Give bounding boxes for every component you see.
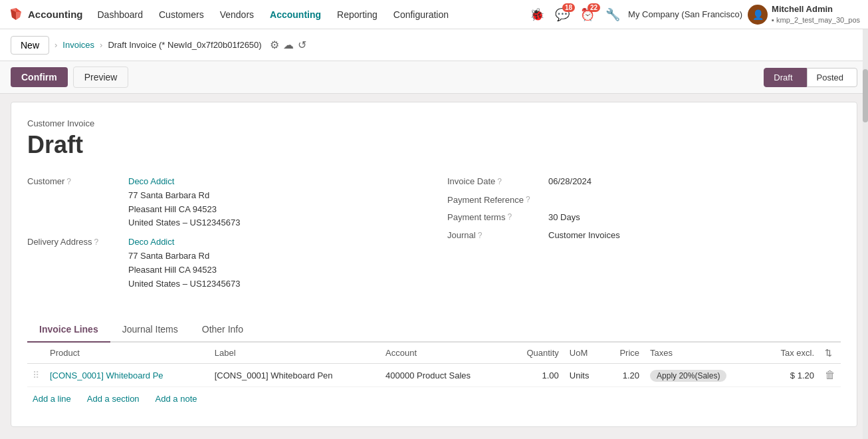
label-cell[interactable]: [CONS_0001] Whiteboard Pen xyxy=(209,364,380,387)
delivery-field-row: Delivery Address ? Deco Addict 77 Santa … xyxy=(27,235,421,291)
col-label: Label xyxy=(209,343,380,364)
payment-ref-help-icon[interactable]: ? xyxy=(526,195,530,204)
customer-value[interactable]: Deco Addict 77 Santa Barbara Rd Pleasant… xyxy=(128,175,240,230)
add-section-link[interactable]: Add a section xyxy=(87,394,140,404)
col-product: Product xyxy=(45,343,209,364)
delivery-addr1: 77 Santa Barbara Rd xyxy=(128,249,240,263)
invoice-lines-table: Product Label Account Quantity UoM Price… xyxy=(27,343,841,387)
taxes-cell: Apply 20%(Sales) xyxy=(645,364,761,387)
journal-label: Journal ? xyxy=(447,229,540,240)
delete-row-icon[interactable]: 🗑 xyxy=(825,369,835,380)
product-link[interactable]: [CONS_0001] Whiteboard Pe xyxy=(50,370,163,380)
payment-terms-label: Payment terms ? xyxy=(447,211,540,222)
company-name: My Company (San Francisco) xyxy=(628,9,742,19)
confirm-button[interactable]: Confirm xyxy=(11,67,68,87)
column-settings-icon[interactable]: ⇅ xyxy=(825,348,832,358)
clock-icon-button[interactable]: ⏰ 22 xyxy=(578,5,597,25)
col-price: Price xyxy=(604,343,645,364)
nav-customers[interactable]: Customers xyxy=(152,7,211,23)
tax-badge[interactable]: Apply 20%(Sales) xyxy=(650,370,726,382)
tab-other-info[interactable]: Other Info xyxy=(190,317,255,343)
add-note-link[interactable]: Add a note xyxy=(156,394,197,404)
invoice-date-label: Invoice Date ? xyxy=(447,175,540,186)
tab-journal-items[interactable]: Journal Items xyxy=(110,317,190,343)
cloud-icon[interactable]: ☁ xyxy=(283,39,294,51)
drag-handle-icon[interactable]: ⠿ xyxy=(33,370,39,380)
payment-terms-row: Payment terms ? 30 Days xyxy=(447,211,841,224)
nav-dashboard[interactable]: Dashboard xyxy=(91,7,150,23)
breadcrumb-parent[interactable]: Invoices xyxy=(62,40,94,50)
action-bar: Confirm Preview Draft Posted xyxy=(0,61,868,94)
new-button[interactable]: New xyxy=(11,36,49,55)
form-right: Invoice Date ? 06/28/2024 Payment Refere… xyxy=(447,175,841,296)
nav-accounting[interactable]: Accounting xyxy=(263,7,328,23)
account-cell[interactable]: 400000 Product Sales xyxy=(380,364,507,387)
price-cell[interactable]: 1.20 xyxy=(604,364,645,387)
tax-excl-cell: $ 1.20 xyxy=(761,364,819,387)
subheader-icons: ⚙ ☁ ↺ xyxy=(270,39,306,51)
refresh-icon[interactable]: ↺ xyxy=(298,39,306,51)
uom-cell[interactable]: Units xyxy=(564,364,605,387)
customer-addr3: United States – US12345673 xyxy=(128,216,240,230)
customer-help-icon[interactable]: ? xyxy=(66,177,71,186)
payment-ref-row: Payment Reference ? xyxy=(447,194,841,206)
invoice-type-label: Customer Invoice xyxy=(27,118,841,128)
status-posted[interactable]: Posted xyxy=(807,68,857,87)
status-draft[interactable]: Draft xyxy=(764,68,806,87)
delivery-value[interactable]: Deco Addict 77 Santa Barbara Rd Pleasant… xyxy=(128,235,240,291)
invoice-status: Draft xyxy=(27,131,841,159)
invoice-date-row: Invoice Date ? 06/28/2024 xyxy=(447,175,841,188)
invoice-date-value[interactable]: 06/28/2024 xyxy=(548,175,592,188)
top-navigation: Accounting Dashboard Customers Vendors A… xyxy=(0,0,868,29)
debug-icon-button[interactable]: 🐞 xyxy=(527,5,547,25)
col-quantity: Quantity xyxy=(507,343,564,364)
invoice-form: Customer ? Deco Addict 77 Santa Barbara … xyxy=(27,175,841,296)
delivery-addr2: Pleasant Hill CA 94523 xyxy=(128,263,240,277)
nav-vendors[interactable]: Vendors xyxy=(213,7,261,23)
journal-value[interactable]: Customer Invoices xyxy=(548,229,620,242)
customer-addr2: Pleasant Hill CA 94523 xyxy=(128,203,240,217)
app-logo[interactable]: Accounting xyxy=(8,7,83,23)
delivery-help-icon[interactable]: ? xyxy=(94,237,99,247)
col-account: Account xyxy=(380,343,507,364)
clock-badge: 22 xyxy=(588,3,600,12)
preview-button[interactable]: Preview xyxy=(73,67,129,88)
user-avatar-initials: 👤 xyxy=(752,9,764,20)
settings-icon[interactable]: ⚙ xyxy=(270,39,279,51)
payment-ref-value[interactable] xyxy=(548,194,628,206)
product-cell[interactable]: [CONS_0001] Whiteboard Pe xyxy=(45,364,209,387)
tab-invoice-lines[interactable]: Invoice Lines xyxy=(27,317,110,343)
col-taxes: Taxes xyxy=(645,343,761,364)
payment-terms-help-icon[interactable]: ? xyxy=(507,212,512,221)
payment-terms-value[interactable]: 30 Days xyxy=(548,211,580,224)
user-section[interactable]: 👤 Mitchell Admin ▪ kmp_2_test_may_30_pos xyxy=(748,4,860,25)
wrench-icon-button[interactable]: 🔧 xyxy=(603,5,623,25)
nav-configuration[interactable]: Configuration xyxy=(387,7,455,23)
db-icon: ▪ xyxy=(772,16,774,24)
form-left: Customer ? Deco Addict 77 Santa Barbara … xyxy=(27,175,421,296)
delivery-name: Deco Addict xyxy=(128,235,240,249)
status-bar: Draft Posted xyxy=(764,68,857,87)
payment-ref-label: Payment Reference ? xyxy=(447,194,540,205)
invoice-date-help-icon[interactable]: ? xyxy=(497,177,502,186)
delete-cell: 🗑 xyxy=(819,364,841,387)
quantity-cell[interactable]: 1.00 xyxy=(507,364,564,387)
table-body: ⠿ [CONS_0001] Whiteboard Pe [CONS_0001] … xyxy=(27,364,841,387)
journal-help-icon[interactable]: ? xyxy=(478,231,483,240)
page-scrollbar[interactable] xyxy=(863,29,868,435)
main-content: Customer Invoice Draft Customer ? Deco A… xyxy=(11,102,857,427)
user-info: Mitchell Admin ▪ kmp_2_test_may_30_pos xyxy=(772,4,860,25)
delivery-label: Delivery Address ? xyxy=(27,235,120,247)
drag-handle-cell: ⠿ xyxy=(27,364,45,387)
breadcrumb-sep2: › xyxy=(100,40,102,50)
customer-label: Customer ? xyxy=(27,175,120,186)
table-header: Product Label Account Quantity UoM Price… xyxy=(27,343,841,364)
nav-reporting[interactable]: Reporting xyxy=(330,7,384,23)
user-db: ▪ kmp_2_test_may_30_pos xyxy=(772,15,860,25)
customer-addr1: 77 Santa Barbara Rd xyxy=(128,189,240,203)
journal-row: Journal ? Customer Invoices xyxy=(447,229,841,242)
messages-icon-button[interactable]: 💬 18 xyxy=(552,5,572,25)
scrollbar-thumb[interactable] xyxy=(863,69,868,122)
add-line-link[interactable]: Add a line xyxy=(33,394,71,404)
breadcrumb-separator: › xyxy=(54,40,57,50)
